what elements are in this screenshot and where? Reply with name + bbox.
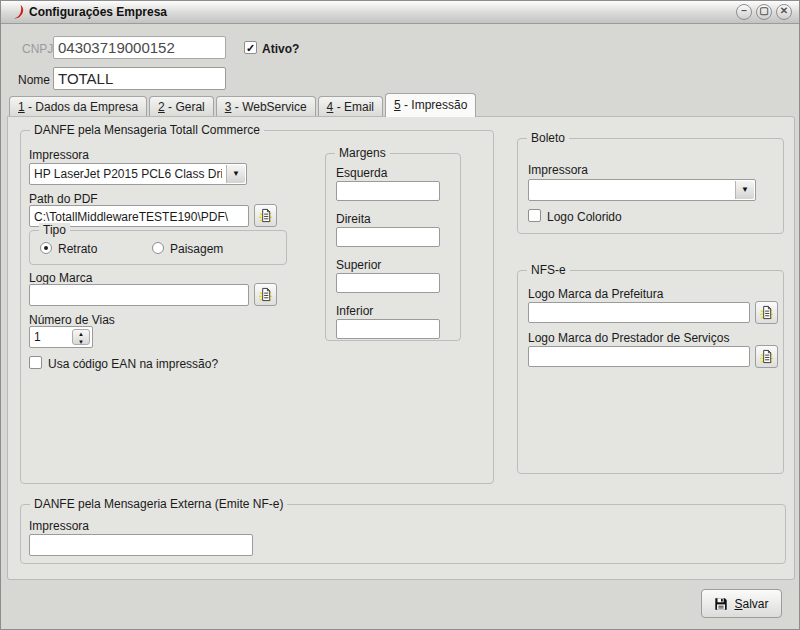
- chevron-down-icon[interactable]: ▼: [226, 165, 245, 183]
- group-danfe-totall: DANFE pela Mensageria Totall Commerce Im…: [20, 130, 494, 484]
- ean-checkbox[interactable]: [29, 356, 42, 369]
- logo-prefeitura-browse-button[interactable]: [755, 301, 778, 324]
- nome-label: Nome: [18, 73, 50, 87]
- app-logo-icon: [10, 4, 26, 20]
- margem-direita-label: Direita: [336, 212, 371, 226]
- save-icon: [714, 597, 728, 611]
- group-nfse: NFS-e Logo Marca da Prefeitura Logo Marc…: [517, 270, 784, 474]
- open-file-icon: [759, 305, 774, 320]
- externa-impressora-label: Impressora: [29, 519, 89, 533]
- stepper-arrows-icon[interactable]: ▲▼: [72, 329, 90, 345]
- margem-esquerda-field[interactable]: [336, 181, 440, 201]
- margem-superior-field[interactable]: [336, 273, 440, 293]
- cnpj-label: CNPJ: [22, 42, 53, 56]
- tab-impressao[interactable]: 5 - Impressão: [385, 93, 476, 117]
- logo-marca-field[interactable]: [29, 284, 249, 306]
- tab-dados-da-empresa[interactable]: 1 - Dados da Empresa: [9, 96, 147, 117]
- save-button-label: Salvar: [734, 597, 768, 611]
- chevron-down-icon[interactable]: ▼: [735, 181, 754, 199]
- open-file-icon: [258, 287, 273, 302]
- logo-colorido-label: Logo Colorido: [547, 210, 622, 224]
- group-boleto-title: Boleto: [527, 131, 569, 145]
- impressora-label: Impressora: [29, 148, 89, 162]
- margem-esquerda-label: Esquerda: [336, 166, 387, 180]
- tab-email[interactable]: 4 - Email: [318, 96, 383, 117]
- save-button[interactable]: Salvar: [701, 589, 782, 618]
- open-file-icon: [258, 208, 273, 223]
- ean-label: Usa código EAN na impressão?: [48, 357, 218, 371]
- group-tipo: Tipo Retrato Paisagem: [29, 230, 287, 265]
- externa-impressora-field[interactable]: [29, 534, 253, 556]
- logo-prestador-field[interactable]: [528, 346, 750, 367]
- nome-field[interactable]: TOTALL: [53, 67, 226, 90]
- radio-retrato-label[interactable]: Retrato: [58, 242, 97, 256]
- tab-page-impressao: DANFE pela Mensageria Totall Commerce Im…: [7, 116, 795, 580]
- margem-inferior-label: Inferior: [336, 304, 373, 318]
- impressora-combobox[interactable]: HP LaserJet P2015 PCL6 Class Driver ▼: [29, 163, 247, 185]
- group-danfe-totall-title: DANFE pela Mensageria Totall Commerce: [30, 123, 264, 137]
- impressora-combobox-value: HP LaserJet P2015 PCL6 Class Driver: [34, 167, 222, 181]
- group-danfe-externa-title: DANFE pela Mensageria Externa (Emite NF-…: [30, 497, 287, 511]
- tab-webservice[interactable]: 3 - WebService: [216, 96, 316, 117]
- margem-direita-field[interactable]: [336, 227, 440, 247]
- logo-prefeitura-field[interactable]: [528, 302, 750, 323]
- radio-paisagem[interactable]: [152, 242, 164, 254]
- minimize-button[interactable]: –: [736, 4, 752, 20]
- group-nfse-title: NFS-e: [527, 263, 570, 277]
- tab-geral[interactable]: 2 - Geral: [149, 96, 214, 117]
- group-tipo-title: Tipo: [39, 223, 70, 237]
- radio-paisagem-label[interactable]: Paisagem: [170, 242, 223, 256]
- path-pdf-label: Path do PDF: [29, 192, 98, 206]
- group-boleto: Boleto Impressora ▼ Logo Colorido: [517, 138, 784, 234]
- group-margens-title: Margens: [335, 146, 390, 160]
- margem-inferior-field[interactable]: [336, 319, 440, 339]
- margem-superior-label: Superior: [336, 258, 381, 272]
- group-margens: Margens Esquerda Direita Superior Inferi…: [325, 153, 461, 341]
- cnpj-field[interactable]: 04303719000152: [53, 36, 226, 59]
- window-title: Configurações Empresa: [29, 5, 167, 19]
- ativo-label: Ativo?: [262, 42, 299, 56]
- logo-colorido-checkbox[interactable]: [528, 209, 541, 222]
- open-file-icon: [759, 349, 774, 364]
- tab-strip: 1 - Dados da Empresa 2 - Geral 3 - WebSe…: [9, 94, 478, 117]
- maximize-button[interactable]: ▢: [756, 4, 772, 20]
- boleto-impressora-combobox[interactable]: ▼: [528, 179, 756, 201]
- ativo-checkbox[interactable]: ✓: [244, 41, 257, 54]
- radio-retrato[interactable]: [40, 242, 52, 254]
- title-bar[interactable]: Configurações Empresa – ▢ ✕: [1, 1, 799, 24]
- numero-vias-stepper[interactable]: 1 ▲▼: [29, 326, 93, 348]
- boleto-impressora-label: Impressora: [528, 163, 588, 177]
- logo-prestador-label: Logo Marca do Prestador de Serviços: [528, 331, 729, 345]
- numero-vias-label: Número de Vias: [29, 313, 115, 327]
- logo-marca-label: Logo Marca: [29, 271, 92, 285]
- group-danfe-externa: DANFE pela Mensageria Externa (Emite NF-…: [20, 504, 786, 564]
- close-button[interactable]: ✕: [776, 4, 792, 20]
- logo-prestador-browse-button[interactable]: [755, 345, 778, 368]
- logo-marca-browse-button[interactable]: [254, 283, 277, 306]
- logo-prefeitura-label: Logo Marca da Prefeitura: [528, 287, 663, 301]
- dialog-configuracoes-empresa: Configurações Empresa – ▢ ✕ CNPJ 0430371…: [0, 0, 800, 630]
- path-pdf-browse-button[interactable]: [254, 204, 277, 227]
- numero-vias-value: 1: [34, 330, 41, 344]
